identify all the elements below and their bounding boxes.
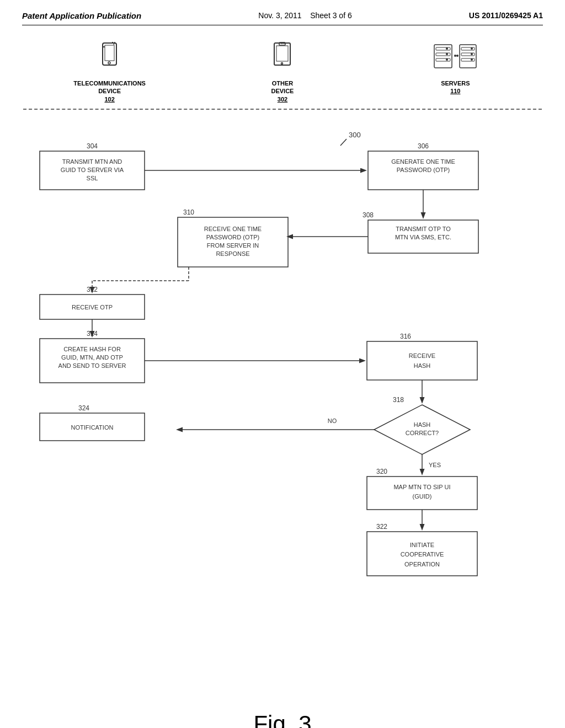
servers-num: 110 — [400, 87, 510, 95]
svg-line-28 — [340, 139, 347, 146]
svg-text:RECEIVE ONE TIME: RECEIVE ONE TIME — [204, 226, 262, 232]
telecom-device-header: TELECOMMUNICATIONSDEVICE 102 — [55, 42, 165, 103]
svg-text:(GUID): (GUID) — [413, 493, 432, 500]
svg-text:FROM SERVER IN: FROM SERVER IN — [207, 242, 259, 249]
svg-rect-64 — [367, 341, 477, 380]
svg-text:NO: NO — [328, 417, 337, 424]
other-device-num: 302 — [227, 95, 338, 103]
svg-text:INITIATE: INITIATE — [410, 542, 434, 548]
svg-point-9 — [281, 63, 283, 65]
svg-text:MAP MTN TO SIP UI: MAP MTN TO SIP UI — [393, 484, 450, 490]
other-device-icon: 3/6 — [227, 42, 338, 77]
svg-text:RECEIVE OTP: RECEIVE OTP — [72, 304, 113, 311]
svg-point-17 — [446, 58, 448, 61]
svg-rect-58 — [40, 339, 145, 383]
svg-text:312: 312 — [87, 286, 98, 293]
svg-text:GUID TO SERVER VIA: GUID TO SERVER VIA — [61, 167, 124, 173]
svg-point-18 — [454, 55, 456, 57]
servers-icon — [400, 42, 510, 77]
svg-point-16 — [446, 53, 448, 55]
svg-text:RESPONSE: RESPONSE — [216, 250, 249, 257]
svg-text:324: 324 — [78, 404, 89, 412]
figure-label: Fig. 3 — [22, 711, 543, 728]
svg-line-5 — [114, 42, 115, 45]
svg-point-19 — [456, 55, 459, 57]
svg-text:310: 310 — [183, 208, 194, 216]
svg-rect-14 — [436, 58, 450, 61]
svg-rect-7 — [276, 46, 288, 61]
diagram: TELECOMMUNICATIONSDEVICE 102 3/6 — [23, 42, 542, 700]
other-device-header: 3/6 OTHERDEVICE 302 — [227, 42, 338, 103]
svg-text:HASH: HASH — [414, 362, 431, 369]
svg-text:RECEIVE: RECEIVE — [409, 352, 435, 359]
svg-text:3/6: 3/6 — [281, 42, 285, 45]
svg-point-15 — [446, 47, 448, 50]
svg-text:TRANSMIT OTP TO: TRANSMIT OTP TO — [396, 226, 451, 232]
svg-text:AND SEND TO SERVER: AND SEND TO SERVER — [58, 362, 126, 369]
svg-text:NOTIFICATION: NOTIFICATION — [71, 424, 114, 431]
patent-number: US 2011/0269425 A1 — [469, 11, 543, 20]
svg-text:OPERATION: OPERATION — [404, 561, 440, 568]
svg-text:TRANSMIT MTN AND: TRANSMIT MTN AND — [62, 158, 122, 165]
svg-rect-2 — [103, 46, 105, 47]
svg-rect-12 — [436, 47, 450, 50]
page: Patent Application Publication Nov. 3, 2… — [0, 0, 565, 728]
svg-point-3 — [108, 62, 110, 64]
sheet-text: Sheet 3 of 6 — [310, 11, 352, 20]
servers-label: SERVERS 110 — [400, 79, 510, 95]
svg-text:316: 316 — [400, 333, 411, 340]
svg-text:PASSWORD (OTP): PASSWORD (OTP) — [206, 234, 259, 240]
svg-point-24 — [471, 47, 473, 50]
svg-text:318: 318 — [393, 396, 404, 404]
svg-text:HASH: HASH — [414, 421, 431, 428]
date-text: Nov. 3, 2011 — [258, 11, 301, 20]
svg-text:YES: YES — [429, 462, 441, 468]
svg-point-26 — [471, 58, 473, 61]
telecom-icon — [55, 42, 165, 77]
svg-rect-13 — [436, 53, 450, 56]
svg-text:304: 304 — [87, 142, 98, 150]
svg-point-25 — [471, 53, 473, 55]
flow-diagram: 300 TRANSMIT MTN AND GUID TO SERVER VIA … — [23, 121, 542, 700]
svg-text:MTN VIA SMS, ETC.: MTN VIA SMS, ETC. — [395, 234, 451, 240]
svg-text:COOPERATIVE: COOPERATIVE — [401, 551, 444, 558]
column-headers: TELECOMMUNICATIONSDEVICE 102 3/6 — [23, 42, 542, 103]
svg-text:308: 308 — [363, 211, 374, 219]
svg-text:PASSWORD (OTP): PASSWORD (OTP) — [397, 167, 450, 173]
svg-rect-11 — [434, 45, 452, 68]
svg-text:GUID, MTN, AND OTP: GUID, MTN, AND OTP — [61, 354, 123, 361]
other-device-label: OTHERDEVICE 302 — [227, 79, 338, 103]
svg-text:300: 300 — [349, 131, 361, 139]
svg-text:320: 320 — [376, 468, 387, 475]
publication-label: Patent Application Publication — [22, 11, 141, 20]
svg-text:CREATE HASH FOR: CREATE HASH FOR — [63, 346, 121, 352]
page-header: Patent Application Publication Nov. 3, 2… — [22, 11, 543, 25]
svg-text:322: 322 — [376, 523, 387, 531]
svg-rect-20 — [460, 45, 476, 68]
svg-text:SSL: SSL — [87, 175, 98, 181]
svg-text:GENERATE ONE TIME: GENERATE ONE TIME — [391, 158, 455, 165]
header-center: Nov. 3, 2011 Sheet 3 of 6 — [258, 11, 351, 20]
servers-header: SERVERS 110 — [400, 42, 510, 103]
telecom-label: TELECOMMUNICATIONSDEVICE 102 — [55, 79, 165, 103]
separator-line — [23, 109, 542, 110]
svg-text:306: 306 — [418, 142, 429, 150]
svg-text:314: 314 — [87, 330, 98, 338]
telecom-num: 102 — [55, 95, 165, 103]
svg-text:CORRECT?: CORRECT? — [406, 430, 439, 436]
svg-rect-1 — [105, 45, 114, 61]
